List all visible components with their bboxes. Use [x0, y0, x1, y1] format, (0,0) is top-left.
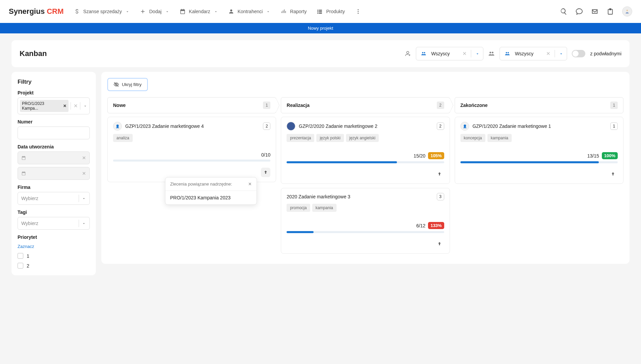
arrow-up-icon [263, 170, 268, 175]
nav-more[interactable] [355, 8, 361, 15]
card-percent: 105% [428, 152, 444, 159]
kanban-card[interactable]: GZP/2/2020 Zadanie marketingowe 2 2 prez… [281, 117, 450, 184]
eye-off-icon [113, 82, 119, 87]
card-footer [287, 239, 444, 249]
expand-button[interactable] [435, 239, 444, 249]
project-chip: PRO/1/2023 Kampa... ✕ [20, 100, 69, 112]
svg-point-0 [357, 9, 358, 10]
card-avatar: 👤 [460, 122, 469, 131]
column-header: Realizacja 2 [281, 97, 450, 113]
nav-sales[interactable]: Szanse sprzedaży [74, 8, 130, 15]
progress-bar [287, 231, 444, 233]
mail-button[interactable] [591, 8, 598, 15]
group-icon [420, 50, 428, 58]
priority-option-2[interactable]: 2 [18, 263, 90, 269]
card-percent: 100% [602, 152, 618, 159]
chevron-down-icon [559, 52, 563, 56]
kanban-card[interactable]: 2020 Zadanie marketingowe 3 3 promocja k… [281, 188, 450, 254]
card-percent: 133% [428, 222, 444, 229]
nav-reports[interactable]: Raporty [281, 8, 306, 15]
nav-sales-label: Szanse sprzedaży [83, 9, 122, 14]
chevron-down-icon [214, 9, 218, 14]
tag: koncepcja [460, 134, 485, 142]
tag: promocja [287, 204, 310, 212]
card-header: 👤 GZP/1/2023 Zadanie marketingowe 4 2 [113, 122, 270, 131]
svg-point-3 [626, 10, 628, 11]
filter-date-label: Data utworzenia [18, 144, 90, 149]
card-count: 2 [437, 122, 444, 130]
avatar[interactable] [622, 6, 632, 17]
chevron-down-icon [82, 196, 86, 201]
user-filter-1-label: Wszyscy [431, 51, 459, 56]
arrow-up-icon [437, 241, 442, 247]
user-filter-1[interactable]: Wszyscy ✕ [416, 47, 483, 60]
banner-text: Nowy projekt [308, 26, 333, 31]
nav-calendar[interactable]: Kalendarz [180, 8, 218, 15]
calendar-icon [21, 171, 26, 176]
chip-remove-icon[interactable]: ✕ [63, 104, 66, 108]
logo-main: Synergius [9, 7, 47, 16]
expand-button[interactable] [261, 168, 270, 177]
kanban-card[interactable]: 👤 GZP/1/2020 Zadanie marketingowe 1 1 ko… [455, 117, 623, 184]
subordinates-toggle[interactable] [572, 50, 585, 57]
chevron-down-icon [165, 9, 169, 14]
checkbox[interactable] [18, 263, 23, 269]
card-stat-value: 0/10 [261, 152, 270, 158]
column-realizacja: Realizacja 2 GZP/2/2020 Zadanie marketin… [281, 97, 450, 258]
filter-firm-select[interactable]: Wybierz [18, 192, 90, 205]
separator [80, 102, 80, 110]
column-zakonczone: Zakończone 1 👤 GZP/1/2020 Zadanie market… [455, 97, 623, 258]
chevron-down-icon [82, 221, 86, 226]
tag: analiza [113, 134, 133, 142]
clipboard-button[interactable] [607, 8, 614, 15]
chat-button[interactable] [576, 8, 583, 15]
column-nowe: Nowe 1 👤 GZP/1/2023 Zadanie marketingowe… [107, 97, 276, 258]
nav-contractors[interactable]: Kontrahenci [228, 8, 271, 15]
card-stats: 6/12 133% [287, 222, 444, 229]
clear-icon[interactable]: ✕ [82, 171, 86, 176]
separator [79, 220, 79, 227]
user-filter-2[interactable]: Wszyscy ✕ [500, 47, 567, 60]
arrow-up-icon [437, 171, 442, 177]
calendar-icon [21, 156, 26, 160]
close-icon[interactable]: ✕ [248, 181, 252, 187]
clear-icon[interactable]: ✕ [462, 51, 467, 57]
kanban-board: Ukryj filtry Nowe 1 👤 GZP/1/2023 Zadanie… [101, 72, 630, 264]
separator [79, 195, 79, 202]
page: Kanban Wszyscy ✕ Wszyscy ✕ z podwładnymi [0, 33, 641, 282]
filter-date-from[interactable]: ✕ [18, 151, 90, 164]
user-icon [624, 8, 630, 15]
filter-number-input[interactable] [18, 127, 90, 139]
filter-date-to[interactable]: ✕ [18, 167, 90, 180]
popover-body: PRO/1/2023 Kampania 2023 [165, 191, 257, 204]
filter-tags-label: Tagi [18, 209, 90, 215]
nav-add[interactable]: Dodaj [140, 8, 169, 15]
topnav: Synergius CRM Szanse sprzedaży Dodaj Kal… [0, 0, 641, 23]
clear-icon[interactable]: ✕ [546, 51, 551, 57]
priority-option-1[interactable]: 1 [18, 253, 90, 259]
filter-tags-select[interactable]: Wybierz [18, 217, 90, 230]
chevron-down-icon [475, 52, 480, 56]
card-tags: promocja kampania [287, 204, 444, 212]
nav-reports-label: Raporty [290, 9, 306, 14]
nav-products[interactable]: Produkty [317, 8, 345, 15]
grid-icon [317, 8, 323, 15]
priority-select-all[interactable]: Zaznacz [18, 244, 34, 249]
hide-filters-button[interactable]: Ukryj filtry [107, 78, 148, 91]
person-icon [228, 8, 234, 15]
expand-button[interactable] [435, 169, 444, 179]
checkbox[interactable] [18, 253, 23, 259]
card-footer [113, 168, 270, 177]
clipboard-icon [607, 8, 614, 15]
popover-header: Zlecenia powiązane nadrzędne: ✕ [165, 177, 257, 191]
clear-icon[interactable]: ✕ [74, 103, 78, 109]
priority-1-label: 1 [27, 253, 29, 259]
banner[interactable]: Nowy projekt [0, 23, 641, 33]
kanban-card[interactable]: 👤 GZP/1/2023 Zadanie marketingowe 4 2 an… [107, 117, 276, 182]
filter-priority-label: Priorytet [18, 234, 90, 240]
search-button[interactable] [560, 8, 567, 15]
column-title: Nowe [113, 103, 126, 108]
clear-icon[interactable]: ✕ [82, 155, 86, 161]
expand-button[interactable] [608, 169, 618, 179]
filter-project-input[interactable]: PRO/1/2023 Kampa... ✕ ✕ [18, 97, 90, 114]
